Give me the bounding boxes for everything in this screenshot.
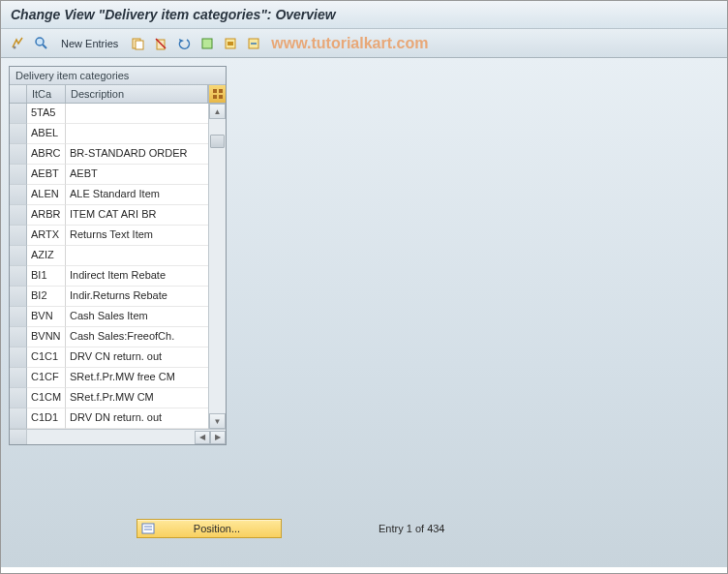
table-row[interactable]: ARBRITEM CAT ARI BR xyxy=(10,205,208,226)
vertical-scrollbar[interactable]: ▲ ▼ xyxy=(208,104,226,429)
cell-description[interactable]: ALE Standard Item xyxy=(66,185,208,205)
cell-description[interactable]: Returns Text Item xyxy=(66,226,208,246)
row-selector[interactable] xyxy=(10,104,27,124)
row-selector[interactable] xyxy=(10,124,27,144)
table-row[interactable]: ABRCBR-STANDARD ORDER xyxy=(10,144,208,165)
row-selector[interactable] xyxy=(10,388,27,408)
cell-itca[interactable]: C1CM xyxy=(27,388,66,408)
position-icon xyxy=(141,522,155,535)
cell-description[interactable] xyxy=(66,104,208,124)
cell-itca[interactable]: ARTX xyxy=(27,226,66,246)
delete-icon[interactable] xyxy=(151,34,170,53)
cell-description[interactable]: AEBT xyxy=(66,165,208,185)
cell-itca[interactable]: AZIZ xyxy=(27,246,66,266)
cell-description[interactable]: Indirect Item Rebate xyxy=(66,266,208,287)
row-selector[interactable] xyxy=(10,226,27,246)
column-selector[interactable] xyxy=(10,85,27,103)
svg-rect-16 xyxy=(142,524,154,533)
table-row[interactable]: C1CFSRet.f.Pr.MW free CM xyxy=(10,368,208,388)
scroll-right-icon[interactable]: ▶ xyxy=(210,431,226,444)
svg-rect-9 xyxy=(228,42,233,45)
row-selector[interactable] xyxy=(10,368,27,388)
cell-description[interactable]: SRet.f.Pr.MW free CM xyxy=(66,368,208,388)
deselect-all-icon[interactable] xyxy=(244,34,263,53)
scroll-thumb[interactable] xyxy=(210,135,225,148)
cell-description[interactable]: ITEM CAT ARI BR xyxy=(66,205,208,226)
svg-rect-15 xyxy=(219,95,223,99)
cell-itca[interactable]: BI2 xyxy=(27,287,66,307)
cell-itca[interactable]: ABRC xyxy=(27,144,66,165)
row-selector[interactable] xyxy=(10,327,27,347)
cell-itca[interactable]: ALEN xyxy=(27,185,66,205)
toggle-change-icon[interactable] xyxy=(9,34,28,53)
cell-description[interactable]: Cash Sales Item xyxy=(66,307,208,327)
cell-itca[interactable]: BI1 xyxy=(27,266,66,287)
table-row[interactable]: C1C1DRV CN return. out xyxy=(10,347,208,368)
position-label: Position... xyxy=(161,523,273,534)
footer-row: Position... Entry 1 of 434 xyxy=(136,519,445,538)
cell-itca[interactable]: BVN xyxy=(27,307,66,327)
row-selector[interactable] xyxy=(10,246,27,266)
find-icon[interactable] xyxy=(32,34,51,53)
table-header: ItCa Description xyxy=(10,85,226,104)
row-selector[interactable] xyxy=(10,408,27,429)
table-row[interactable]: BI1Indirect Item Rebate xyxy=(10,266,208,287)
cell-description[interactable]: Indir.Returns Rebate xyxy=(66,287,208,307)
table-row[interactable]: AEBTAEBT xyxy=(10,165,208,185)
table-row[interactable]: C1CMSRet.f.Pr.MW CM xyxy=(10,388,208,408)
cell-description[interactable]: BR-STANDARD ORDER xyxy=(66,144,208,165)
table-settings-icon[interactable] xyxy=(208,85,226,103)
svg-rect-13 xyxy=(219,89,223,93)
select-block-icon[interactable] xyxy=(221,34,240,53)
cell-itca[interactable]: C1D1 xyxy=(27,408,66,429)
table-row[interactable]: BVNNCash Sales:FreeofCh. xyxy=(10,327,208,347)
cell-description[interactable] xyxy=(66,124,208,144)
row-selector[interactable] xyxy=(10,185,27,205)
table-row[interactable]: BVNCash Sales Item xyxy=(10,307,208,327)
column-description[interactable]: Description xyxy=(66,85,208,103)
cell-description[interactable] xyxy=(66,246,208,266)
row-selector[interactable] xyxy=(10,287,27,307)
cell-itca[interactable]: C1C1 xyxy=(27,347,66,368)
table-row[interactable]: ARTXReturns Text Item xyxy=(10,226,208,246)
table-row[interactable]: 5TA5 xyxy=(10,104,208,124)
entry-count-text: Entry 1 of 434 xyxy=(379,523,445,534)
row-selector[interactable] xyxy=(10,144,27,165)
new-entries-button[interactable]: New Entries xyxy=(55,36,124,51)
horizontal-scrollbar[interactable]: ◀ ▶ xyxy=(10,429,226,444)
svg-rect-12 xyxy=(213,89,217,93)
undo-icon[interactable] xyxy=(174,34,194,53)
row-selector[interactable] xyxy=(10,266,27,287)
scroll-up-icon[interactable]: ▲ xyxy=(209,104,226,119)
column-itca[interactable]: ItCa xyxy=(27,85,66,103)
toolbar: New Entries www.tutorialkart.com xyxy=(1,29,727,58)
cell-itca[interactable]: ARBR xyxy=(27,205,66,226)
page-title: Change View "Delivery item categories": … xyxy=(1,1,727,29)
table-row[interactable]: ABEL xyxy=(10,124,208,144)
svg-rect-4 xyxy=(136,41,143,49)
cell-itca[interactable]: ABEL xyxy=(27,124,66,144)
cell-description[interactable]: Cash Sales:FreeofCh. xyxy=(66,327,208,347)
table-row[interactable]: BI2Indir.Returns Rebate xyxy=(10,287,208,307)
cell-itca[interactable]: AEBT xyxy=(27,165,66,185)
table-row[interactable]: ALENALE Standard Item xyxy=(10,185,208,205)
scroll-left-icon[interactable]: ◀ xyxy=(195,431,210,444)
cell-description[interactable]: DRV DN return. out xyxy=(66,408,208,429)
scroll-down-icon[interactable]: ▼ xyxy=(209,413,226,429)
position-button[interactable]: Position... xyxy=(136,519,282,538)
select-all-icon[interactable] xyxy=(197,34,217,53)
table-row[interactable]: C1D1DRV DN return. out xyxy=(10,408,208,429)
cell-itca[interactable]: 5TA5 xyxy=(27,104,66,124)
table-body: 5TA5ABELABRCBR-STANDARD ORDERAEBTAEBTALE… xyxy=(10,104,208,429)
row-selector[interactable] xyxy=(10,307,27,327)
cell-itca[interactable]: C1CF xyxy=(27,368,66,388)
row-selector[interactable] xyxy=(10,205,27,226)
table-row[interactable]: AZIZ xyxy=(10,246,208,266)
copy-icon[interactable] xyxy=(128,34,147,53)
cell-description[interactable]: DRV CN return. out xyxy=(66,347,208,368)
cell-description[interactable]: SRet.f.Pr.MW CM xyxy=(66,388,208,408)
table-panel: Delivery item categories ItCa Descriptio… xyxy=(9,66,227,445)
row-selector[interactable] xyxy=(10,165,27,185)
row-selector[interactable] xyxy=(10,347,27,368)
cell-itca[interactable]: BVNN xyxy=(27,327,66,347)
